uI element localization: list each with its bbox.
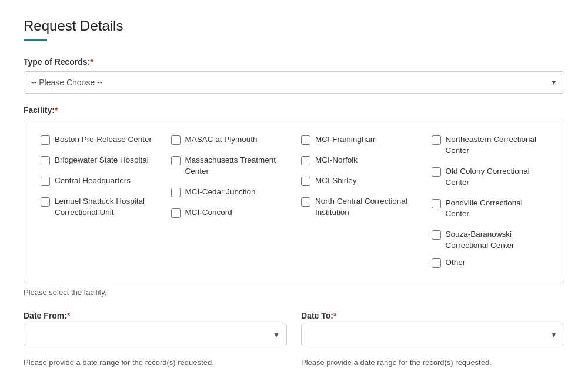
- list-item: MCI-Norfolk: [301, 155, 417, 166]
- date-from-select[interactable]: [24, 324, 287, 346]
- list-item: MCI-Concord: [171, 207, 288, 218]
- facility-checkbox-ma-treatment-center[interactable]: [171, 156, 181, 165]
- list-item: Central Headquarters: [41, 175, 157, 187]
- list-item: MCI-Shirley: [301, 175, 417, 187]
- facility-label-mci-framingham[interactable]: MCI-Framingham: [315, 134, 377, 145]
- date-from-help: Please provide a date range for the reco…: [24, 358, 287, 367]
- facility-checkbox-lemuel-shattuck[interactable]: [41, 197, 50, 207]
- list-item: Boston Pre-Release Center: [41, 134, 157, 145]
- date-to-field: Date To:* ▼ Please provide a date range …: [301, 311, 564, 367]
- facility-label-mci-shirley[interactable]: MCI-Shirley: [315, 175, 357, 187]
- list-item: MASAC at Plymouth: [171, 134, 288, 145]
- facility-label-pondville[interactable]: Pondville Correctional Center: [446, 198, 548, 220]
- facility-help-text: Please select the facility.: [24, 288, 564, 297]
- page-title: Request Details: [24, 18, 564, 34]
- date-to-select[interactable]: [301, 324, 564, 346]
- facility-checkbox-old-colony[interactable]: [432, 167, 441, 177]
- facility-label-old-colony[interactable]: Old Colony Correctional Center: [446, 166, 548, 188]
- facility-checkbox-mci-concord[interactable]: [171, 208, 181, 218]
- date-to-label: Date To:*: [301, 311, 564, 320]
- list-item: Massachusetts Treatment Center: [171, 155, 288, 177]
- facility-label-other[interactable]: Other: [446, 257, 466, 268]
- facility-checkbox-pondville[interactable]: [432, 199, 441, 208]
- type-of-records-select[interactable]: -- Please Choose --: [24, 71, 564, 94]
- list-item: Souza-Baranowski Correctional Center: [432, 229, 548, 251]
- date-from-wrapper: ▼: [24, 324, 287, 346]
- type-of-records-label: Type of Records:*: [24, 57, 564, 67]
- list-item: Other: [432, 257, 548, 268]
- facility-checkbox-central-hq[interactable]: [41, 177, 50, 186]
- list-item: Pondville Correctional Center: [432, 198, 548, 220]
- list-item: MCI-Cedar Junction: [171, 187, 288, 198]
- facility-column-3: MCI-Framingham MCI-Norfolk MCI-Shirley N…: [294, 130, 425, 273]
- facility-checkbox-bridgewater-state[interactable]: [41, 156, 50, 165]
- facility-checkbox-boston-pre-release[interactable]: [41, 135, 50, 145]
- facility-label-central-hq[interactable]: Central Headquarters: [55, 175, 131, 187]
- facility-label-mci-concord[interactable]: MCI-Concord: [185, 207, 232, 218]
- list-item: North Central Correctional Institution: [301, 196, 417, 218]
- facility-checkbox-other[interactable]: [432, 258, 441, 268]
- date-row: Date From:* ▼ Please provide a date rang…: [24, 311, 564, 367]
- facility-grid: Boston Pre-Release Center Bridgewater St…: [34, 130, 554, 273]
- list-item: Lemuel Shattuck Hospital Correctional Un…: [41, 196, 157, 218]
- facility-column-4: Northeastern Correctional Center Old Col…: [425, 130, 555, 273]
- facility-label: Facility:*: [24, 105, 564, 115]
- facility-label-mci-cedar-junction[interactable]: MCI-Cedar Junction: [185, 187, 256, 198]
- facility-checkbox-masac-plymouth[interactable]: [171, 135, 181, 145]
- facility-label-northeastern[interactable]: Northeastern Correctional Center: [446, 134, 548, 157]
- date-from-label: Date From:*: [24, 311, 287, 320]
- facility-checkbox-north-central[interactable]: [301, 197, 310, 207]
- facility-checkbox-northeastern[interactable]: [432, 135, 441, 145]
- type-of-records-wrapper: -- Please Choose -- ▼: [24, 71, 564, 94]
- facility-column-1: Boston Pre-Release Center Bridgewater St…: [34, 130, 164, 273]
- facility-label-mci-norfolk[interactable]: MCI-Norfolk: [315, 155, 358, 166]
- facility-label-ma-treatment-center[interactable]: Massachusetts Treatment Center: [185, 155, 288, 177]
- title-underline: [24, 39, 47, 41]
- facility-checkbox-souza-baranowski[interactable]: [432, 230, 441, 240]
- list-item: Northeastern Correctional Center: [432, 134, 548, 157]
- facility-checkbox-mci-framingham[interactable]: [301, 135, 310, 145]
- facility-label-souza-baranowski[interactable]: Souza-Baranowski Correctional Center: [446, 229, 548, 251]
- facility-checkbox-mci-shirley[interactable]: [301, 177, 310, 186]
- facility-label-bridgewater-state[interactable]: Bridgewater State Hospital: [55, 155, 149, 166]
- date-from-field: Date From:* ▼ Please provide a date rang…: [24, 311, 287, 367]
- facility-column-2: MASAC at Plymouth Massachusetts Treatmen…: [164, 130, 295, 273]
- date-to-wrapper: ▼: [301, 324, 564, 346]
- list-item: Old Colony Correctional Center: [432, 166, 548, 188]
- list-item: MCI-Framingham: [301, 134, 417, 145]
- facility-checkbox-mci-norfolk[interactable]: [301, 156, 310, 165]
- facility-checkbox-mci-cedar-junction[interactable]: [171, 188, 181, 197]
- facility-label-masac-plymouth[interactable]: MASAC at Plymouth: [185, 134, 258, 145]
- facility-label-lemuel-shattuck[interactable]: Lemuel Shattuck Hospital Correctional Un…: [55, 196, 157, 218]
- facility-box: Boston Pre-Release Center Bridgewater St…: [24, 120, 564, 283]
- list-item: Bridgewater State Hospital: [41, 155, 157, 166]
- date-to-help: Please provide a date range for the reco…: [301, 358, 564, 367]
- facility-label-boston-pre-release[interactable]: Boston Pre-Release Center: [55, 134, 152, 145]
- facility-label-north-central[interactable]: North Central Correctional Institution: [315, 196, 417, 218]
